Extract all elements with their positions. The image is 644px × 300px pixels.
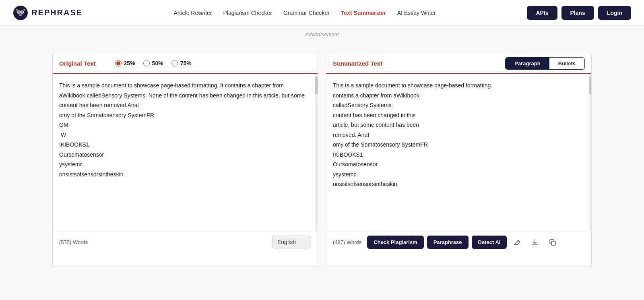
- radio-50[interactable]: 50%: [143, 60, 163, 66]
- check-plagiarism-button[interactable]: Check Plagiarism: [367, 236, 423, 249]
- svg-point-3: [18, 11, 20, 13]
- main-content: Original Text 25% 50% 75%: [0, 43, 644, 277]
- svg-point-0: [13, 6, 28, 20]
- toggle-paragraph[interactable]: Paragraph: [506, 58, 549, 69]
- nav-links: Article Rewriter Plagiarism Checker Gram…: [94, 10, 516, 16]
- logo-icon: [13, 5, 28, 21]
- summarized-panel-body: This is a sample document to showcase pa…: [326, 74, 591, 231]
- plans-button[interactable]: Plans: [561, 6, 594, 20]
- copy-icon: [549, 238, 557, 246]
- language-select[interactable]: English Spanish French German: [272, 236, 311, 248]
- original-word-count: (575) Words: [59, 239, 88, 245]
- original-panel-title: Original Text: [59, 60, 99, 67]
- summarized-panel-footer: (487) Words Check Plagiarism Paraphrase …: [326, 231, 591, 253]
- radio-25[interactable]: 25%: [115, 60, 135, 66]
- summarized-text: This is a sample document to showcase pa…: [333, 81, 585, 189]
- logo-text: REPHRASE: [31, 8, 83, 17]
- radio-25-label: 25%: [124, 60, 135, 66]
- scroll-thumb[interactable]: [315, 77, 318, 94]
- detect-ai-button[interactable]: Detect AI: [472, 236, 507, 249]
- svg-rect-8: [551, 241, 555, 245]
- download-icon-button[interactable]: [528, 236, 542, 249]
- svg-rect-5: [19, 14, 22, 16]
- summarized-word-count: (487) Words: [333, 239, 361, 245]
- original-panel-body: This is a sample document to showcase pa…: [53, 74, 318, 231]
- nav-plagiarism-checker[interactable]: Plagiarism Checker: [223, 10, 272, 16]
- toggle-group: Paragraph Bullets: [505, 57, 585, 70]
- nav-text-summarizer[interactable]: Text Summarizer: [341, 10, 386, 16]
- apis-button[interactable]: APIs: [527, 6, 557, 20]
- summarized-scroll-bar: [589, 74, 591, 231]
- eraser-icon: [513, 238, 521, 246]
- summarized-panel-header: Summarized Text Paragraph Bullets: [326, 53, 591, 74]
- summarized-panel-title: Summarized Text: [333, 60, 382, 67]
- original-panel-header: Original Text 25% 50% 75%: [53, 53, 318, 74]
- toggle-bullets[interactable]: Bullets: [549, 58, 584, 69]
- nav-grammar-checker[interactable]: Grammar Checker: [283, 10, 330, 16]
- nav-article-rewriter[interactable]: Article Rewriter: [174, 10, 212, 16]
- logo-area[interactable]: REPHRASE: [13, 5, 83, 21]
- eraser-icon-button[interactable]: [510, 236, 524, 249]
- summarized-scroll-thumb[interactable]: [589, 77, 591, 94]
- svg-rect-7: [23, 9, 25, 10]
- radio-group: 25% 50% 75%: [115, 60, 192, 66]
- svg-rect-6: [16, 9, 18, 10]
- copy-icon-button[interactable]: [545, 236, 560, 249]
- ad-banner: Advertisement: [0, 26, 644, 43]
- nav-ai-essay-writer[interactable]: AI Essay Writer: [397, 10, 436, 16]
- navbar: REPHRASE Article Rewriter Plagiarism Che…: [0, 0, 644, 26]
- scroll-bar: [315, 74, 318, 231]
- svg-point-4: [21, 11, 23, 13]
- radio-75[interactable]: 75%: [171, 60, 192, 66]
- login-button[interactable]: Login: [598, 6, 631, 20]
- paraphrase-button[interactable]: Paraphrase: [427, 236, 469, 249]
- nav-buttons: APIs Plans Login: [527, 6, 631, 20]
- summarized-panel: Summarized Text Paragraph Bullets This i…: [326, 53, 592, 267]
- original-panel-footer: (575) Words English Spanish French Germa…: [53, 231, 318, 252]
- radio-50-label: 50%: [152, 60, 163, 66]
- original-text[interactable]: This is a sample document to showcase pa…: [59, 81, 311, 179]
- panel-wrapper: Original Text 25% 50% 75%: [52, 53, 592, 267]
- radio-75-label: 75%: [180, 60, 192, 66]
- original-panel: Original Text 25% 50% 75%: [52, 53, 318, 267]
- download-icon: [531, 238, 539, 246]
